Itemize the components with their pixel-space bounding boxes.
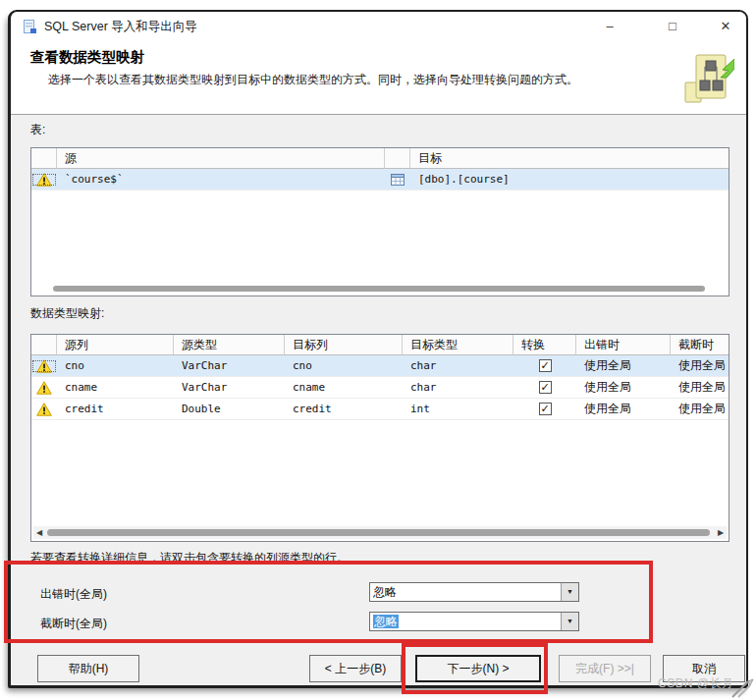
- source-col-cell: credit: [57, 403, 174, 415]
- tables-grid-hscrollbar[interactable]: [53, 286, 705, 292]
- help-button[interactable]: 帮助(H): [37, 655, 139, 682]
- target-table-name: [dbo].[course]: [410, 173, 729, 186]
- close-button[interactable]: ✕: [704, 12, 747, 41]
- column-header-on-truncation[interactable]: 截断时: [671, 335, 729, 355]
- tables-grid-header: 源 目标: [31, 148, 729, 169]
- convert-cell: ✓: [513, 403, 576, 415]
- wizard-header: 查看数据类型映射 选择一个表以查看其数据类型映射到目标中的数据类型的方式。同时，…: [11, 41, 746, 115]
- on-error-cell: 使用全局: [576, 401, 671, 417]
- column-header-on-error[interactable]: 出错时: [576, 335, 671, 355]
- maximize-button[interactable]: □: [651, 12, 694, 41]
- icon-column-header[interactable]: [385, 148, 410, 169]
- table-row[interactable]: `course$` [dbo].[course]: [31, 169, 729, 190]
- table-row[interactable]: cno VarChar cno char ✓ 使用全局 使用全局: [31, 355, 729, 377]
- column-header-convert[interactable]: 转换: [513, 335, 576, 355]
- scroll-right-icon[interactable]: ▶: [715, 526, 727, 539]
- mapping-grid-hscrollbar[interactable]: ◀ ▶: [33, 526, 727, 539]
- source-col-cell: cno: [57, 359, 174, 372]
- column-header-dest-col[interactable]: 目标列: [285, 335, 403, 355]
- annotation-rect-globals: [4, 561, 653, 643]
- dest-type-cell: int: [403, 403, 513, 415]
- finish-button: 完成(F) >>|: [559, 655, 651, 682]
- pen-doodle-icon: [730, 677, 754, 700]
- source-type-cell: Double: [174, 403, 285, 415]
- mapping-label: 数据类型映射:: [30, 305, 104, 322]
- page-description: 选择一个表以查看其数据类型映射到目标中的数据类型的方式。同时，选择向导处理转换问…: [48, 72, 637, 88]
- type-mapping-icon: [679, 51, 734, 110]
- table-row[interactable]: credit Double credit int ✓ 使用全局 使用全局: [31, 399, 729, 420]
- warning-icon: [31, 403, 57, 416]
- source-tables-label: 表:: [30, 122, 45, 138]
- table-icon: [385, 174, 410, 186]
- convert-checkbox[interactable]: ✓: [539, 381, 552, 394]
- warning-icon: [31, 173, 57, 187]
- window-title: SQL Server 导入和导出向导: [44, 12, 197, 41]
- column-header-source[interactable]: 源: [57, 148, 385, 169]
- convert-cell: ✓: [513, 359, 576, 372]
- status-column-header[interactable]: [31, 148, 57, 169]
- dest-col-cell: cname: [285, 381, 403, 394]
- convert-checkbox[interactable]: ✓: [539, 359, 552, 372]
- table-row[interactable]: cname VarChar cname char ✓ 使用全局 使用全局: [31, 377, 729, 399]
- app-icon: [22, 19, 37, 34]
- dest-col-cell: credit: [285, 403, 403, 415]
- annotation-rect-next-button: [402, 643, 548, 694]
- dest-type-cell: char: [403, 381, 513, 394]
- on-truncation-cell: 使用全局: [671, 379, 729, 396]
- status-column-header[interactable]: [31, 335, 57, 355]
- source-type-cell: VarChar: [174, 359, 285, 372]
- column-header-source-col[interactable]: 源列: [57, 335, 174, 355]
- tables-grid: 源 目标 `course$` [dbo].[course]: [30, 147, 729, 296]
- mapping-grid-header: 源列 源类型 目标列 目标类型 转换 出错时 截断时: [31, 335, 729, 355]
- minimize-button[interactable]: –: [588, 12, 631, 41]
- back-button[interactable]: < 上一步(B): [309, 655, 402, 682]
- source-col-cell: cname: [57, 381, 174, 394]
- dest-col-cell: cno: [285, 359, 403, 372]
- scroll-left-icon[interactable]: ◀: [33, 526, 45, 539]
- screenshot-stage: SQL Server 导入和导出向导 – □ ✕ 查看数据类型映射 选择一个表以…: [0, 0, 756, 700]
- source-type-cell: VarChar: [174, 381, 285, 394]
- column-header-dest-type[interactable]: 目标类型: [403, 335, 513, 355]
- warning-icon: [31, 359, 57, 373]
- on-truncation-cell: 使用全局: [671, 401, 729, 417]
- convert-cell: ✓: [513, 381, 576, 394]
- scrollbar-thumb[interactable]: [47, 529, 710, 536]
- convert-checkbox[interactable]: ✓: [539, 403, 552, 415]
- on-error-cell: 使用全局: [576, 379, 671, 396]
- watermark-text: CSDN @长月: [658, 675, 734, 692]
- page-title: 查看数据类型映射: [30, 48, 144, 67]
- dest-type-cell: char: [403, 359, 513, 372]
- on-truncation-cell: 使用全局: [671, 357, 729, 374]
- column-header-target[interactable]: 目标: [410, 148, 729, 169]
- warning-icon: [31, 381, 57, 395]
- mapping-grid: 源列 源类型 目标列 目标类型 转换 出错时 截断时 cno VarChar c…: [30, 334, 729, 542]
- source-table-name: `course$`: [57, 173, 385, 186]
- titlebar[interactable]: SQL Server 导入和导出向导 – □ ✕: [11, 12, 746, 41]
- column-header-source-type[interactable]: 源类型: [174, 335, 285, 355]
- on-error-cell: 使用全局: [576, 357, 671, 374]
